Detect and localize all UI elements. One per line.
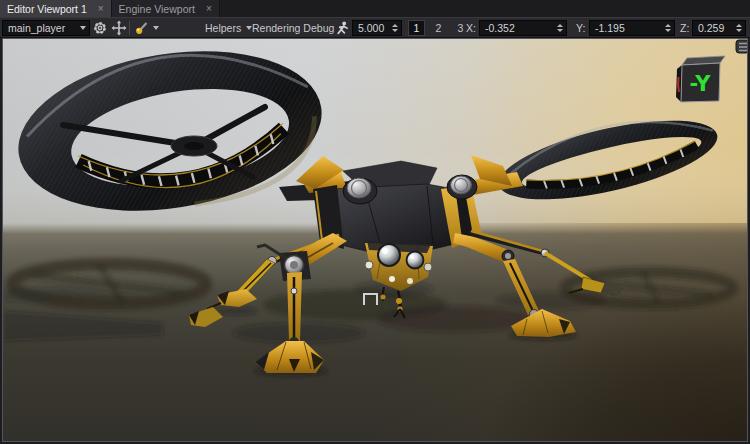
helpers-menu-button[interactable]: Helpers: [205, 20, 252, 36]
move-cross-icon: [111, 20, 127, 36]
chevron-down-icon: [80, 26, 86, 30]
viewport-menu-button[interactable]: [736, 40, 747, 53]
z-coordinate-label: Z:: [680, 20, 689, 36]
tab-close-icon[interactable]: ×: [206, 4, 212, 14]
viewport-tab-bar: Editor Viewport 1 × Engine Viewport ×: [0, 0, 750, 17]
speed-preset-1-button[interactable]: 1: [408, 20, 425, 36]
move-tool-button[interactable]: [111, 20, 127, 36]
y-coordinate-value: -1.195: [595, 22, 625, 34]
viewport-3d-scene[interactable]: -Y: [2, 38, 748, 442]
rendering-debug-menu-label: Rendering Debug: [252, 22, 334, 34]
editor-window: Editor Viewport 1 × Engine Viewport × ma…: [0, 0, 750, 444]
x-coordinate-value: -0.352: [485, 22, 515, 34]
spinner-down-icon: [392, 29, 398, 32]
corner-shadow: [423, 264, 747, 441]
preset-label: 3: [458, 22, 464, 34]
spinner-up-icon: [557, 24, 563, 27]
y-coordinate-stepper[interactable]: [665, 24, 671, 32]
rendering-debug-menu-button[interactable]: Rendering Debug: [252, 20, 345, 36]
x-coordinate-label: X:: [466, 20, 476, 36]
viewport-toolbar: main_player: [0, 17, 750, 38]
tab-close-icon[interactable]: ×: [98, 4, 104, 14]
spinner-down-icon: [557, 29, 563, 32]
tab-label: Editor Viewport 1: [7, 3, 87, 15]
gear-icon: [92, 20, 108, 36]
preset-label: 1: [414, 22, 420, 34]
runner-icon: [335, 21, 350, 36]
entity-combobox[interactable]: main_player: [2, 20, 90, 36]
z-coordinate-input[interactable]: 0.259: [692, 20, 746, 36]
camera-lens-small: [407, 252, 424, 269]
camera-lens-large: [378, 244, 400, 266]
entity-combobox-value: main_player: [8, 22, 65, 34]
toolbar-separator: [129, 21, 130, 35]
brush-tool-icon: [134, 20, 151, 36]
speed-preset-2-button[interactable]: 2: [430, 20, 447, 36]
preset-label: 2: [436, 22, 442, 34]
scene-3d: -Y: [3, 39, 747, 441]
camera-speed-input[interactable]: 5.000: [352, 20, 402, 36]
camera-speed-value: 5.000: [358, 22, 384, 34]
spinner-up-icon: [392, 24, 398, 27]
tab-label: Engine Viewport: [119, 3, 195, 15]
brush-tool-dropdown[interactable]: [153, 20, 159, 36]
spinner-down-icon: [736, 29, 742, 32]
tab-editor-viewport-1[interactable]: Editor Viewport 1 ×: [0, 0, 112, 17]
brush-tool-button[interactable]: [134, 20, 151, 36]
tab-engine-viewport[interactable]: Engine Viewport ×: [112, 0, 220, 17]
spinner-down-icon: [665, 29, 671, 32]
chevron-down-icon: [153, 26, 159, 30]
y-coordinate-label: Y:: [576, 20, 585, 36]
settings-gear-button[interactable]: [92, 20, 108, 36]
y-coordinate-input[interactable]: -1.195: [589, 20, 675, 36]
helpers-menu-label: Helpers: [205, 22, 241, 34]
spinner-up-icon: [665, 24, 671, 27]
axis-gizmo-label: -Y: [690, 72, 712, 96]
z-coordinate-value: 0.259: [698, 22, 724, 34]
camera-speed-button[interactable]: [335, 20, 350, 36]
z-coordinate-stepper[interactable]: [736, 24, 742, 32]
x-coordinate-stepper[interactable]: [557, 24, 563, 32]
spinner-up-icon: [736, 24, 742, 27]
x-coordinate-input[interactable]: -0.352: [479, 20, 567, 36]
axis-gizmo-cube[interactable]: -Y: [676, 56, 725, 102]
camera-speed-stepper[interactable]: [392, 24, 398, 32]
